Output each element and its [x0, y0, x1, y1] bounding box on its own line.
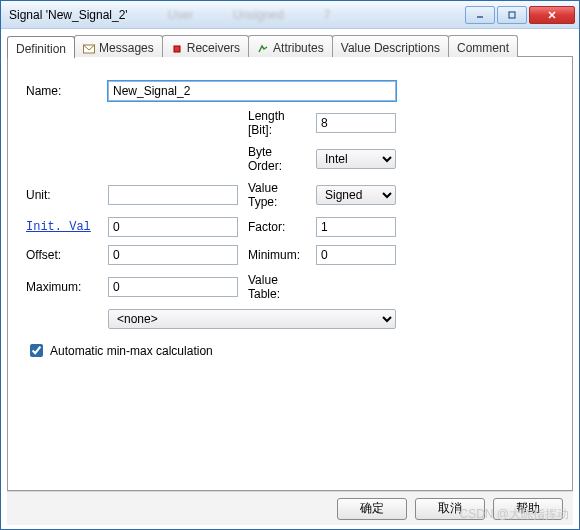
tab-label: Value Descriptions	[341, 41, 440, 55]
auto-minmax-checkbox[interactable]	[30, 344, 43, 357]
tab-value-descriptions[interactable]: Value Descriptions	[332, 35, 449, 57]
tab-label: Messages	[99, 41, 154, 55]
help-button[interactable]: 帮助	[493, 498, 563, 520]
init-val-field[interactable]	[108, 217, 238, 237]
svg-rect-1	[509, 12, 515, 18]
tab-label: Receivers	[187, 41, 240, 55]
unit-field[interactable]	[108, 185, 238, 205]
tab-attributes[interactable]: Attributes	[248, 35, 333, 57]
minimum-field[interactable]	[316, 245, 396, 265]
tab-label: Comment	[457, 41, 509, 55]
maximum-label: Maximum:	[26, 280, 98, 294]
length-label: Length [Bit]:	[248, 109, 306, 137]
tab-messages[interactable]: Messages	[74, 35, 163, 57]
minimize-button[interactable]	[465, 6, 495, 24]
tab-receivers[interactable]: Receivers	[162, 35, 249, 57]
cancel-button[interactable]: 取消	[415, 498, 485, 520]
init-val-link[interactable]: Init. Val	[26, 220, 98, 234]
attribute-icon	[257, 43, 269, 53]
ok-button[interactable]: 确定	[337, 498, 407, 520]
dialog-window: Signal 'New_Signal_2' UserUnsigned7 Defi…	[0, 0, 580, 530]
close-button[interactable]	[529, 6, 575, 24]
content-area: Definition Messages Receivers Attributes	[1, 29, 579, 529]
form-grid: Name: Length [Bit]: Byte Order: Intel Un…	[26, 81, 554, 329]
tab-label: Attributes	[273, 41, 324, 55]
byte-order-select[interactable]: Intel	[316, 149, 396, 169]
window-buttons	[463, 6, 575, 24]
auto-minmax-label: Automatic min-max calculation	[50, 344, 213, 358]
offset-field[interactable]	[108, 245, 238, 265]
tab-strip: Definition Messages Receivers Attributes	[7, 35, 573, 57]
auto-minmax-row: Automatic min-max calculation	[26, 341, 554, 360]
length-field[interactable]	[316, 113, 396, 133]
maximize-button[interactable]	[497, 6, 527, 24]
envelope-icon	[83, 43, 95, 53]
unit-label: Unit:	[26, 188, 98, 202]
value-table-label: Value Table:	[248, 273, 306, 301]
window-title: Signal 'New_Signal_2'	[9, 8, 128, 22]
titlebar[interactable]: Signal 'New_Signal_2' UserUnsigned7	[1, 1, 579, 29]
tab-comment[interactable]: Comment	[448, 35, 518, 57]
value-table-select[interactable]: <none>	[108, 309, 396, 329]
factor-field[interactable]	[316, 217, 396, 237]
name-label: Name:	[26, 84, 98, 98]
minimum-label: Minimum:	[248, 248, 306, 262]
receiver-icon	[171, 43, 183, 53]
svg-rect-5	[174, 46, 180, 52]
offset-label: Offset:	[26, 248, 98, 262]
tab-label: Definition	[16, 42, 66, 56]
button-bar: 确定 取消 帮助	[7, 491, 573, 525]
factor-label: Factor:	[248, 220, 306, 234]
byte-order-label: Byte Order:	[248, 145, 306, 173]
titlebar-blur: UserUnsigned7	[168, 8, 463, 22]
value-type-select[interactable]: Signed	[316, 185, 396, 205]
definition-panel: Name: Length [Bit]: Byte Order: Intel Un…	[7, 56, 573, 491]
value-type-label: Value Type:	[248, 181, 306, 209]
maximum-field[interactable]	[108, 277, 238, 297]
name-field[interactable]	[108, 81, 396, 101]
tab-definition[interactable]: Definition	[7, 36, 75, 58]
